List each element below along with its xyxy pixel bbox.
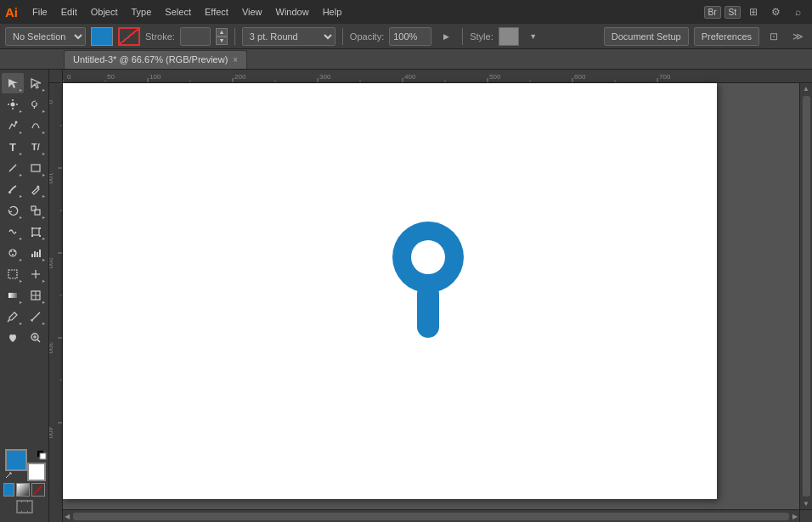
color-mode-btn[interactable] (3, 483, 14, 497)
style-dropdown-icon[interactable]: ▼ (524, 27, 543, 46)
scrollbar-corner (799, 509, 812, 522)
direct-selection-tool[interactable]: ▸ (25, 73, 47, 93)
symbol-tool[interactable]: ▸ (2, 243, 24, 263)
reset-colors-icon[interactable] (37, 450, 47, 460)
none-mode-btn[interactable] (31, 483, 45, 497)
stroke-spinner[interactable]: ▲ ▼ (216, 28, 228, 45)
pencil-tool[interactable]: ▸ (25, 179, 47, 199)
stock-button[interactable]: St (725, 6, 741, 19)
pen-tool[interactable]: ▸ (2, 115, 24, 136)
stroke-up-btn[interactable]: ▲ (216, 28, 228, 36)
svg-point-6 (15, 121, 18, 124)
stroke-color-swatch[interactable] (118, 27, 140, 46)
scroll-thumb-h[interactable] (73, 513, 789, 520)
mesh-tool[interactable]: ▸ (25, 285, 47, 306)
sync-icon[interactable]: ⚙ (766, 3, 785, 21)
svg-rect-16 (31, 235, 33, 237)
rect-tool[interactable]: ▸ (25, 158, 47, 178)
menu-type[interactable]: Type (126, 4, 158, 20)
free-transform-tool[interactable]: ▸ (25, 222, 47, 242)
tool-row-11: ▸ ▸ (2, 285, 47, 306)
opacity-input[interactable] (389, 27, 431, 46)
magic-wand-tool[interactable]: ▸ (2, 94, 24, 115)
opacity-arrow-icon[interactable]: ▶ (437, 27, 455, 46)
scroll-up-btn[interactable]: ▲ (803, 85, 809, 93)
stroke-value-input[interactable] (180, 27, 211, 46)
curvature-tool[interactable]: ▸ (25, 115, 47, 136)
canvas-artwork (386, 219, 471, 368)
arrange-icon[interactable]: ⊡ (764, 27, 783, 46)
vertical-scrollbar[interactable]: ▲ ▼ (799, 83, 812, 509)
selection-tool[interactable]: ▸ (2, 73, 24, 93)
bridge-button[interactable]: Br (704, 6, 721, 19)
lasso-tool[interactable]: ▸ (25, 94, 47, 115)
type-tool[interactable]: T ▸ (2, 137, 24, 157)
workspace-icon[interactable]: ⊞ (744, 3, 763, 21)
gradient-mode-btn[interactable] (16, 483, 30, 497)
document-tab[interactable]: Untitled-3* @ 66.67% (RGB/Preview) × (64, 50, 247, 69)
tool-corner-19: ▸ (20, 278, 22, 283)
menu-view[interactable]: View (236, 4, 268, 20)
touch-type-tool[interactable]: T/ ▸ (25, 137, 47, 157)
style-swatch[interactable] (499, 27, 519, 46)
svg-point-20 (14, 250, 15, 252)
menu-file[interactable]: File (26, 4, 54, 20)
weight-dropdown[interactable]: 3 pt. Round (242, 27, 336, 46)
svg-point-91 (411, 240, 445, 274)
overflow-icon[interactable]: ≫ (788, 27, 807, 46)
tool-corner-9: ▸ (20, 171, 22, 177)
tool-row-2: ▸ ▸ (2, 94, 47, 115)
menu-effect[interactable]: Effect (199, 4, 234, 20)
line-tool[interactable]: ▸ (2, 158, 24, 178)
menu-object[interactable]: Object (85, 4, 124, 20)
swap-colors-icon[interactable] (4, 472, 13, 480)
measure-tool[interactable]: ▸ (25, 306, 47, 327)
scale-tool[interactable]: ▸ (25, 200, 47, 221)
selection-dropdown[interactable]: No Selection (5, 27, 86, 46)
zoom-tool[interactable] (25, 328, 47, 348)
svg-line-38 (37, 340, 40, 342)
background-color[interactable] (27, 463, 46, 481)
menu-window[interactable]: Window (270, 4, 315, 20)
tool-corner-23: ▸ (20, 320, 22, 326)
preferences-button[interactable]: Preferences (694, 27, 759, 46)
search-icon[interactable]: ⌕ (788, 3, 807, 21)
slice-tool[interactable]: ▸ (25, 264, 47, 284)
svg-line-10 (37, 186, 39, 188)
doc-setup-button[interactable]: Document Setup (604, 27, 689, 46)
scroll-left-btn[interactable]: ◀ (65, 513, 70, 520)
tool-corner-16: ▸ (42, 235, 45, 241)
eyedropper-tool[interactable]: ▸ (2, 306, 24, 327)
scroll-right-btn[interactable]: ▶ (792, 513, 798, 520)
menu-edit[interactable]: Edit (55, 4, 83, 20)
fill-color-swatch[interactable] (91, 27, 113, 46)
tool-row-3: ▸ ▸ (2, 115, 47, 136)
gradient-tool[interactable]: ▸ (2, 285, 24, 306)
doc-tab-close[interactable]: × (233, 55, 238, 65)
artboard-small-icon[interactable] (14, 498, 35, 515)
rotate-tool[interactable]: ▸ (2, 200, 24, 221)
tool-corner-4: ▸ (42, 108, 45, 114)
menu-help[interactable]: Help (317, 4, 348, 20)
menu-select[interactable]: Select (159, 4, 197, 20)
stroke-down-btn[interactable]: ▼ (216, 36, 228, 45)
scroll-down-btn[interactable]: ▼ (803, 500, 809, 508)
svg-rect-49 (27, 511, 28, 513)
svg-line-7 (9, 165, 16, 171)
horizontal-scrollbar[interactable]: ◀ ▶ (63, 509, 799, 522)
main-area: ▸ ▸ ▸ ▸ ▸ ▸ (0, 70, 812, 522)
menubar-right-icons: Br St ⊞ ⚙ ⌕ (704, 3, 807, 21)
hand-tool[interactable] (2, 328, 24, 348)
svg-text:300: 300 (319, 73, 331, 81)
svg-point-19 (10, 250, 12, 252)
svg-point-4 (11, 103, 15, 107)
svg-text:200: 200 (49, 257, 54, 269)
foreground-color[interactable] (5, 449, 27, 471)
artboard-tool[interactable]: ▸ (2, 264, 24, 284)
vertical-ruler: 0 100 200 300 400 (49, 83, 63, 522)
paintbrush-tool[interactable]: ▸ (2, 179, 24, 199)
opacity-label: Opacity: (350, 31, 384, 42)
scroll-thumb-v[interactable] (803, 96, 810, 497)
column-graph-tool[interactable]: ▸ (25, 243, 47, 263)
warp-tool[interactable]: ▸ (2, 222, 24, 242)
